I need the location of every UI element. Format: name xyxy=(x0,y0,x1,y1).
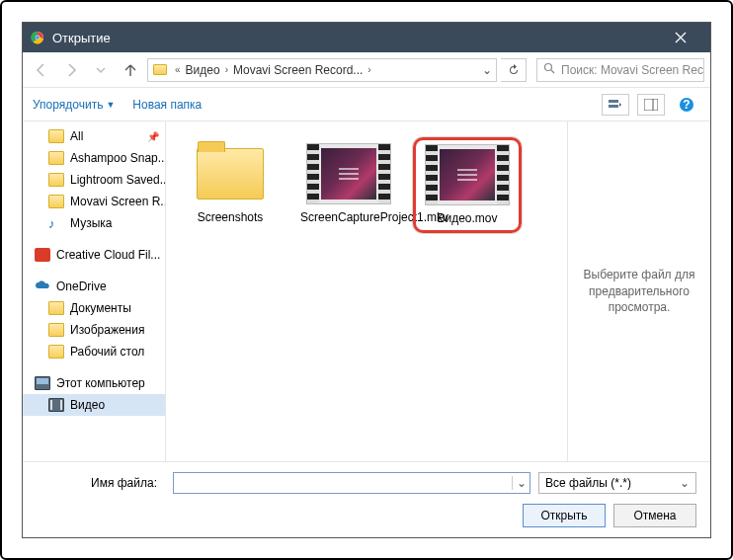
sidebar-item-desktop[interactable]: Рабочий стол xyxy=(23,341,165,362)
svg-point-4 xyxy=(545,64,552,71)
dropdown-icon: ⌄ xyxy=(680,476,690,490)
file-item-screencapture[interactable]: ScreenCaptureProject1.mkv xyxy=(294,137,403,233)
svg-line-5 xyxy=(551,70,554,73)
chrome-icon xyxy=(31,31,44,44)
onedrive-icon xyxy=(35,280,50,293)
sidebar-item-creative-cloud[interactable]: Creative Cloud Fil... xyxy=(23,244,165,266)
video-thumbnail xyxy=(425,144,510,205)
sidebar-item-video[interactable]: Видео xyxy=(23,394,165,416)
folder-icon xyxy=(48,195,64,208)
up-button[interactable] xyxy=(118,57,143,83)
video-thumbnail xyxy=(306,143,391,204)
sidebar-item-ashampoo[interactable]: Ashampoo Snap... xyxy=(23,147,165,169)
item-label: Screenshots xyxy=(198,210,264,225)
window-title: Открытие xyxy=(52,31,659,45)
dropdown-icon[interactable]: ⌄ xyxy=(512,476,529,490)
titlebar: Открытие xyxy=(23,23,710,52)
sidebar-item-lightroom[interactable]: Lightroom Saved... xyxy=(23,169,165,191)
folder-icon xyxy=(48,129,64,143)
filename-label: Имя файла: xyxy=(37,476,165,490)
svg-text:?: ? xyxy=(683,98,690,112)
preview-pane-button[interactable] xyxy=(637,94,665,116)
breadcrumb-item[interactable]: Movavi Screen Record... xyxy=(231,63,365,77)
folder-icon xyxy=(48,323,64,337)
chevron-right-icon: › xyxy=(365,64,373,75)
folder-icon xyxy=(48,151,64,165)
svg-point-3 xyxy=(36,36,40,40)
breadcrumb[interactable]: « Видео › Movavi Screen Record... › ⌄ xyxy=(147,58,497,82)
filetype-select[interactable]: Все файлы (*.*)⌄ xyxy=(538,472,696,494)
svg-rect-6 xyxy=(609,100,618,103)
sidebar-item-this-pc[interactable]: Этот компьютер xyxy=(23,372,165,394)
dropdown-icon: ▼ xyxy=(106,100,115,110)
pin-icon: 📌 xyxy=(147,131,159,142)
search-placeholder: Поиск: Movavi Screen Recor... xyxy=(561,63,704,77)
chevron-icon: « xyxy=(172,64,184,75)
sidebar-item-music[interactable]: ♪Музыка xyxy=(23,212,165,234)
breadcrumb-dropdown[interactable]: ⌄ xyxy=(478,63,496,77)
search-icon xyxy=(543,62,555,77)
folder-icon xyxy=(150,60,170,80)
preview-pane: Выберите файл для предварительного просм… xyxy=(567,121,710,461)
sidebar-item-movavi[interactable]: Movavi Screen R... xyxy=(23,191,165,212)
sidebar-item-images[interactable]: Изображения xyxy=(23,319,165,341)
sidebar: All📌 Ashampoo Snap... Lightroom Saved...… xyxy=(23,121,166,461)
breadcrumb-item[interactable]: Видео xyxy=(184,63,222,77)
music-icon: ♪ xyxy=(48,216,64,230)
folder-icon xyxy=(48,345,64,359)
open-file-dialog: Открытие « Видео › Movavi Screen Record.… xyxy=(22,22,711,538)
file-item-video-mov[interactable]: Видео.mov xyxy=(413,137,522,233)
help-button[interactable]: ? xyxy=(673,94,700,116)
open-button[interactable]: Открыть xyxy=(523,504,606,527)
svg-rect-7 xyxy=(609,105,618,108)
organize-button[interactable]: Упорядочить▼ xyxy=(33,98,115,112)
close-button[interactable] xyxy=(659,23,702,52)
chevron-right-icon: › xyxy=(222,64,231,75)
folder-icon xyxy=(48,173,64,187)
toolbar: Упорядочить▼ Новая папка ? xyxy=(23,88,710,121)
cancel-button[interactable]: Отмена xyxy=(613,504,696,527)
sidebar-item-documents[interactable]: Документы xyxy=(23,297,165,319)
view-mode-button[interactable] xyxy=(602,94,629,116)
creative-cloud-icon xyxy=(35,248,50,262)
item-label: ScreenCaptureProject1.mkv xyxy=(300,210,397,225)
footer: Имя файла: ⌄ Все файлы (*.*)⌄ Открыть От… xyxy=(23,461,710,537)
filename-input[interactable]: ⌄ xyxy=(173,472,530,494)
sidebar-item-onedrive[interactable]: OneDrive xyxy=(23,276,165,297)
folder-icon xyxy=(48,301,64,315)
refresh-button[interactable] xyxy=(501,58,527,82)
svg-rect-8 xyxy=(644,99,658,111)
file-list: Screenshots ScreenCaptureProject1.mkv Ви… xyxy=(166,121,567,461)
navbar: « Видео › Movavi Screen Record... › ⌄ По… xyxy=(23,52,710,88)
pc-icon xyxy=(35,376,50,390)
back-button[interactable] xyxy=(29,57,54,83)
folder-icon xyxy=(188,143,273,204)
forward-button[interactable] xyxy=(58,57,84,83)
search-input[interactable]: Поиск: Movavi Screen Recor... xyxy=(536,58,704,82)
video-icon xyxy=(48,398,64,412)
new-folder-button[interactable]: Новая папка xyxy=(132,98,202,112)
item-label: Видео.mov xyxy=(437,211,497,226)
sidebar-item-all[interactable]: All📌 xyxy=(23,125,165,147)
recent-dropdown[interactable] xyxy=(88,57,114,83)
folder-item-screenshots[interactable]: Screenshots xyxy=(176,137,285,233)
